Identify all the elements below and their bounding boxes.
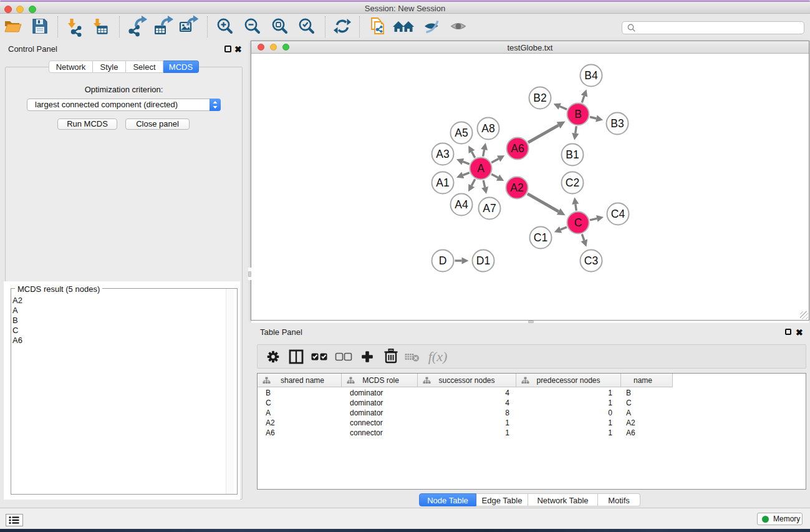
svg-text:B4: B4 <box>584 69 598 82</box>
svg-text:D1: D1 <box>476 254 490 267</box>
svg-text:B3: B3 <box>610 117 624 130</box>
svg-text:A7: A7 <box>483 202 496 215</box>
svg-text:C: C <box>574 216 582 229</box>
svg-text:C2: C2 <box>566 177 579 189</box>
svg-text:A: A <box>477 162 485 175</box>
svg-text:C1: C1 <box>534 231 547 244</box>
svg-text:D: D <box>439 254 447 267</box>
svg-text:f(x): f(x) <box>428 349 448 364</box>
svg-text:A4: A4 <box>455 198 468 211</box>
svg-text:C3: C3 <box>584 254 598 267</box>
svg-text:B2: B2 <box>533 92 546 104</box>
svg-text:A5: A5 <box>455 127 468 139</box>
svg-text:A1: A1 <box>436 177 449 189</box>
svg-text:A8: A8 <box>481 122 494 135</box>
svg-text:A2: A2 <box>510 181 523 194</box>
svg-text:B: B <box>574 108 582 120</box>
svg-text:B1: B1 <box>566 148 579 161</box>
svg-text:A3: A3 <box>436 148 449 160</box>
svg-text:C4: C4 <box>611 208 625 220</box>
svg-text:A6: A6 <box>511 142 524 155</box>
